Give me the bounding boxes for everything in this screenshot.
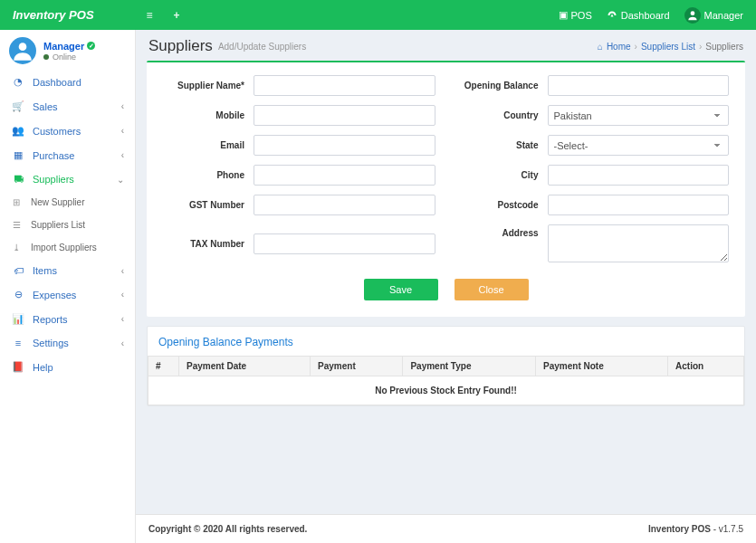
pos-label: POS bbox=[571, 10, 592, 21]
upload-icon: ⤓ bbox=[9, 243, 24, 252]
book-icon: 📕 bbox=[11, 361, 25, 373]
sliders-icon: ≡ bbox=[11, 338, 25, 348]
chevron-down-icon: ⌄ bbox=[117, 175, 124, 185]
home-icon: ⌂ bbox=[598, 42, 603, 52]
page-subtitle: Add/Update Suppliers bbox=[218, 42, 306, 52]
nav-sales[interactable]: 🛒Sales‹ bbox=[0, 94, 135, 119]
country-select[interactable]: Pakistan bbox=[548, 105, 730, 126]
user-menu[interactable]: Manager bbox=[684, 7, 743, 24]
minus-circle-icon: ⊖ bbox=[11, 289, 25, 300]
tag-icon: 🏷 bbox=[11, 265, 25, 276]
dashboard-link[interactable]: Dashboard bbox=[607, 10, 670, 21]
label-mobile: Mobile bbox=[163, 110, 254, 120]
label-gst: GST Number bbox=[163, 200, 254, 210]
sep-icon: › bbox=[699, 42, 702, 52]
gauge-icon: ◔ bbox=[11, 76, 25, 88]
user-block: Manager✓ Online bbox=[0, 30, 135, 70]
chevron-left-icon: ‹ bbox=[121, 126, 124, 136]
nav-settings[interactable]: ≡Settings‹ bbox=[0, 331, 135, 355]
state-select[interactable]: -Select- bbox=[548, 135, 730, 156]
chevron-left-icon: ‹ bbox=[121, 101, 124, 111]
label-supplier-name: Supplier Name* bbox=[163, 81, 254, 90]
truck-icon: ⛟ bbox=[11, 174, 25, 185]
col-payment: Payment bbox=[311, 357, 403, 376]
supplier-form-panel: Supplier Name* Opening Balance Mobile Co… bbox=[147, 61, 745, 317]
nav-dashboard[interactable]: ◔Dashboard bbox=[0, 70, 135, 94]
user-name-label: Manager bbox=[704, 10, 743, 21]
address-textarea[interactable] bbox=[548, 224, 730, 262]
label-city: City bbox=[457, 170, 548, 180]
crumb-list[interactable]: Suppliers List bbox=[641, 42, 695, 52]
chevron-left-icon: ‹ bbox=[121, 150, 124, 160]
label-country: Country bbox=[457, 110, 548, 120]
pos-link[interactable]: ▣ POS bbox=[559, 9, 592, 21]
mobile-input[interactable] bbox=[254, 105, 435, 126]
close-button[interactable]: Close bbox=[455, 279, 529, 300]
plus-box-icon: ⊞ bbox=[9, 197, 24, 207]
email-input[interactable] bbox=[254, 135, 435, 156]
crumb-current: Suppliers bbox=[705, 42, 743, 52]
label-opening-balance: Opening Balance bbox=[457, 81, 548, 90]
nav-suppliers-list[interactable]: ☰Suppliers List bbox=[0, 214, 135, 236]
col-num: # bbox=[148, 357, 179, 376]
avatar bbox=[9, 37, 36, 64]
crumb-home[interactable]: Home bbox=[607, 42, 631, 52]
payments-empty: No Previous Stock Entry Found!! bbox=[148, 376, 744, 405]
label-phone: Phone bbox=[163, 170, 254, 180]
col-action: Action bbox=[668, 357, 744, 376]
save-button[interactable]: Save bbox=[364, 279, 438, 300]
supplier-name-input[interactable] bbox=[254, 75, 435, 96]
payments-table: # Payment Date Payment Payment Type Paym… bbox=[148, 356, 744, 405]
nav-items[interactable]: 🏷Items‹ bbox=[0, 259, 135, 282]
nav-help[interactable]: 📕Help bbox=[0, 355, 135, 379]
postcode-input[interactable] bbox=[548, 195, 730, 215]
user-status: Online bbox=[43, 52, 95, 62]
label-tax: TAX Number bbox=[163, 239, 254, 249]
page-header: Suppliers Add/Update Suppliers ⌂ Home › … bbox=[136, 30, 756, 61]
svg-point-1 bbox=[19, 43, 27, 51]
chevron-left-icon: ‹ bbox=[121, 314, 124, 324]
list-icon: ☰ bbox=[9, 220, 24, 230]
users-icon: 👥 bbox=[11, 125, 25, 137]
gst-input[interactable] bbox=[254, 195, 435, 215]
page-title: Suppliers bbox=[148, 37, 213, 55]
footer-version: Inventory POS - v1.7.5 bbox=[648, 524, 743, 534]
nav-customers[interactable]: 👥Customers‹ bbox=[0, 119, 135, 143]
col-note: Payment Note bbox=[536, 357, 668, 376]
tax-input[interactable] bbox=[254, 233, 435, 254]
sep-icon: › bbox=[635, 42, 637, 52]
nav-purchase[interactable]: ▦Purchase‹ bbox=[0, 143, 135, 167]
sidebar-toggle-icon[interactable]: ≡ bbox=[136, 9, 163, 22]
pos-icon: ▣ bbox=[559, 9, 568, 21]
verified-icon: ✓ bbox=[87, 42, 95, 50]
phone-input[interactable] bbox=[254, 165, 435, 186]
city-input[interactable] bbox=[548, 165, 730, 186]
nav-suppliers[interactable]: ⛟Suppliers⌄ bbox=[0, 167, 135, 191]
footer: Copyright © 2020 All rights reserved. In… bbox=[136, 514, 756, 543]
chevron-left-icon: ‹ bbox=[121, 338, 124, 348]
nav-expenses[interactable]: ⊖Expenses‹ bbox=[0, 282, 135, 307]
label-address: Address bbox=[457, 224, 548, 238]
online-dot-icon bbox=[43, 54, 49, 60]
user-name: Manager✓ bbox=[43, 41, 95, 52]
grid-icon: ▦ bbox=[11, 149, 25, 161]
nav-new-supplier[interactable]: ⊞New Supplier bbox=[0, 191, 135, 214]
nav: ◔Dashboard 🛒Sales‹ 👥Customers‹ ▦Purchase… bbox=[0, 70, 135, 379]
add-icon[interactable]: + bbox=[163, 9, 190, 22]
nav-import-suppliers[interactable]: ⤓Import Suppliers bbox=[0, 236, 135, 259]
brand-logo: Inventory POS bbox=[0, 8, 136, 22]
label-email: Email bbox=[163, 140, 254, 150]
nav-reports[interactable]: 📊Reports‹ bbox=[0, 307, 135, 331]
payments-panel: Opening Balance Payments # Payment Date … bbox=[147, 326, 745, 406]
footer-copyright: Copyright © 2020 All rights reserved. bbox=[148, 524, 307, 534]
opening-balance-input[interactable] bbox=[548, 75, 730, 96]
dashboard-label: Dashboard bbox=[621, 10, 670, 21]
topbar: Inventory POS ≡ + ▣ POS Dashboard Manage… bbox=[0, 0, 756, 30]
col-type: Payment Type bbox=[403, 357, 536, 376]
breadcrumb: ⌂ Home › Suppliers List › Suppliers bbox=[598, 42, 743, 52]
sidebar: Manager✓ Online ◔Dashboard 🛒Sales‹ 👥Cust… bbox=[0, 30, 136, 543]
chart-icon: 📊 bbox=[11, 313, 25, 325]
chevron-left-icon: ‹ bbox=[121, 290, 124, 300]
payments-title: Opening Balance Payments bbox=[148, 327, 744, 356]
label-state: State bbox=[457, 140, 548, 150]
